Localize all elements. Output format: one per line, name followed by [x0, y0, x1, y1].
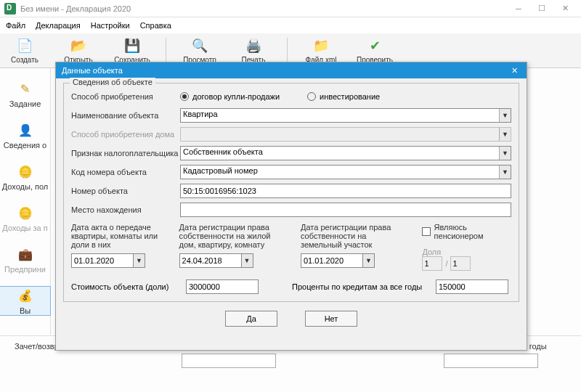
object-number-label: Номер объекта	[71, 187, 180, 195]
menu-settings[interactable]: Настройки	[91, 21, 130, 30]
window-close-button[interactable]: ✕	[553, 1, 577, 17]
menu-declaration[interactable]: Декларация	[36, 21, 81, 30]
dialog-yes-button[interactable]: Да	[225, 311, 277, 327]
xml-file-icon: 📁	[312, 37, 330, 54]
toolbar-check-button[interactable]: ✔Проверить	[354, 37, 395, 64]
date-reg-land-label: Дата регистрации права собственности на …	[301, 223, 403, 253]
sidebar-item-income-foreign[interactable]: 🪙Доходы за п	[0, 204, 50, 232]
menu-file[interactable]: Файл	[6, 21, 25, 30]
taxpayer-combo[interactable]: Собственник объекта▼	[180, 146, 511, 160]
coins-icon: 🪙	[17, 163, 34, 180]
checkbox-icon	[422, 227, 430, 236]
share-denominator-input	[450, 256, 471, 271]
new-doc-icon: 📄	[16, 37, 33, 54]
pensioner-checkbox[interactable]: Являюсь пенсионером	[422, 223, 511, 240]
check-icon: ✔	[366, 37, 383, 54]
location-label: Место нахождения	[71, 205, 180, 214]
acquisition-method-label: Способ приобретения	[71, 92, 180, 101]
date-reg-house-input[interactable]	[179, 253, 242, 268]
interest-label: Проценты по кредитам за все годы	[292, 282, 430, 291]
dialog-titlebar: Данные объекта ✕	[56, 62, 527, 78]
toolbar-create-button[interactable]: 📄Создать	[4, 37, 45, 64]
group-legend: Сведения об объекте	[70, 78, 155, 86]
object-number-input[interactable]	[180, 184, 511, 198]
magnifier-icon: 🔍	[191, 37, 208, 54]
object-info-group: Сведения об объекте Способ приобретения …	[63, 83, 519, 302]
house-acq-label: Способ приобретения дома	[71, 130, 180, 139]
prev-deduction-input-2[interactable]	[444, 354, 538, 368]
toolbar-xml-button[interactable]: 📁Файл xml	[301, 37, 341, 64]
radio-icon	[307, 92, 316, 101]
object-code-combo[interactable]: Кадастровый номер▼	[180, 165, 511, 179]
window-minimize-button[interactable]: ─	[507, 1, 530, 17]
date-picker-button[interactable]: ▼	[242, 253, 253, 268]
object-name-label: Наименование объекта	[71, 111, 180, 120]
menubar: Файл Декларация Настройки Справка	[0, 17, 581, 33]
share-numerator-input	[422, 256, 442, 271]
sidebar-item-entrepreneur[interactable]: 💼Предприни	[0, 245, 50, 274]
toolbar-separator	[287, 38, 288, 64]
window-titlebar: Без имени - Декларация 2020 ─ ☐ ✕	[0, 0, 581, 17]
location-input[interactable]	[180, 203, 511, 217]
dialog-title: Данные объекта	[62, 66, 123, 75]
radio-icon	[180, 92, 189, 101]
menu-help[interactable]: Справка	[140, 21, 171, 30]
date-reg-land-input[interactable]	[301, 253, 363, 268]
chevron-down-icon: ▼	[499, 109, 511, 122]
share-label: Доля	[422, 248, 511, 256]
money-return-icon: 💰	[17, 287, 34, 304]
object-code-label: Код номера объекта	[71, 168, 180, 176]
edit-icon: ✎	[17, 80, 34, 97]
house-acq-combo: ▼	[180, 127, 511, 142]
app-icon	[4, 3, 16, 15]
radio-invest[interactable]: инвестирование	[307, 92, 380, 101]
radio-contract[interactable]: договор купли-продажи	[180, 92, 280, 101]
briefcase-icon: 💼	[17, 245, 34, 263]
date-picker-button[interactable]: ▼	[363, 253, 375, 268]
sidebar-item-deductions[interactable]: 💰Вы	[0, 286, 51, 316]
save-disk-icon: 💾	[123, 37, 141, 54]
dialog-no-button[interactable]: Нет	[305, 311, 357, 327]
cost-input[interactable]	[186, 279, 259, 294]
toolbar-print-button[interactable]: 🖨️Печать	[233, 37, 274, 64]
object-data-dialog: Данные объекта ✕ Сведения об объекте Спо…	[55, 62, 527, 351]
sidebar-item-income-rf[interactable]: 🪙Доходы, пол	[0, 163, 50, 191]
open-folder-icon: 📂	[70, 37, 87, 54]
toolbar-separator	[166, 38, 166, 64]
taxpayer-label: Признак налогоплательщика	[71, 149, 180, 158]
date-act-input[interactable]	[71, 253, 134, 268]
toolbar-view-button[interactable]: 🔍Просмотр	[179, 37, 220, 64]
window-maximize-button[interactable]: ☐	[530, 1, 553, 17]
globe-coins-icon: 🪙	[17, 204, 34, 221]
printer-icon: 🖨️	[245, 37, 262, 54]
sidebar-item-set-conditions[interactable]: ✎Задание	[0, 80, 50, 108]
chevron-down-icon: ▼	[499, 147, 511, 160]
sidebar-item-declarant-info[interactable]: 👤Сведения о	[0, 121, 50, 150]
prev-deduction-input-1[interactable]	[182, 354, 276, 368]
person-icon: 👤	[17, 121, 34, 139]
chevron-down-icon: ▼	[499, 166, 511, 179]
dialog-close-button[interactable]: ✕	[508, 66, 521, 75]
window-title: Без имени - Декларация 2020	[20, 4, 131, 13]
cost-label: Стоимость объекта (доли)	[71, 282, 180, 291]
toolbar-open-button[interactable]: 📂Открыть	[58, 37, 99, 64]
interest-input[interactable]	[436, 279, 508, 294]
toolbar-save-button[interactable]: 💾Сохранить	[112, 37, 153, 64]
object-name-combo[interactable]: Квартира▼	[180, 108, 511, 123]
date-reg-house-label: Дата регистрации права собственности на …	[179, 223, 282, 253]
date-act-label: Дата акта о передаче квартиры, комнаты и…	[71, 223, 161, 253]
chevron-down-icon: ▼	[499, 128, 511, 141]
date-picker-button[interactable]: ▼	[134, 253, 145, 268]
